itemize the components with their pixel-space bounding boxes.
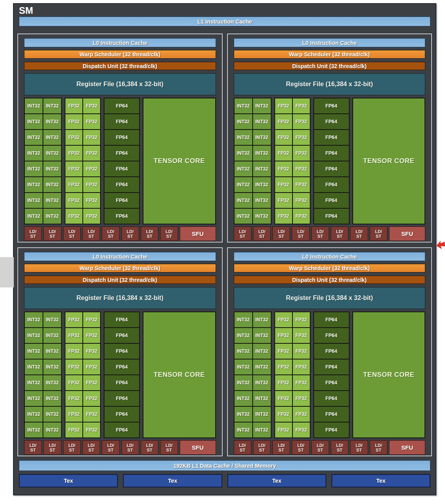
int32-core: INT32 [235,359,252,374]
fp64-core: FP64 [104,146,139,161]
fp32-core: FP32 [275,177,292,192]
fp32-block: FP32FP32FP32FP32FP32FP32FP32FP32FP32FP32… [274,311,311,438]
ldst-unit: LD/ST [350,440,368,455]
int32-core: INT32 [43,161,61,176]
fp32-core: FP32 [65,344,82,359]
core-grid: INT32INT32INT32INT32INT32INT32INT32INT32… [24,311,216,438]
int32-core: INT32 [25,209,43,224]
int32-core: INT32 [25,146,43,161]
fp64-core: FP64 [104,359,139,374]
ldst-unit: LD/ST [370,226,387,241]
int32-core: INT32 [235,209,252,224]
fp64-block: FP64FP64FP64FP64FP64FP64FP64FP64 [104,311,140,438]
ldst-unit: LD/ST [272,440,290,455]
ldst-unit: LD/ST [141,226,158,241]
warp-scheduler-bar: Warp Scheduler (32 thread/clk) [234,264,426,272]
int32-core: INT32 [235,422,252,437]
ldst-label-line2: ST [298,448,303,452]
ldst-label-line1: LD/ [317,229,324,234]
fp32-core: FP32 [293,422,310,437]
ldst-label-line2: ST [356,448,362,452]
ldst-label-line2: ST [337,448,343,452]
int32-core: INT32 [253,130,271,145]
int32-core: INT32 [253,391,271,406]
fp64-core: FP64 [314,375,349,390]
ldst-label-line2: ST [259,234,264,239]
fp32-core: FP32 [83,312,100,327]
fp32-core: FP32 [293,407,310,422]
fp32-core: FP32 [65,146,82,161]
tex-unit: Tex [19,474,118,487]
ldst-label-line1: LD/ [336,443,343,448]
fp32-core: FP32 [275,161,292,176]
fp32-core: FP32 [65,130,82,145]
ldst-unit: LD/ST [350,226,368,241]
ldst-label-line1: LD/ [127,229,134,234]
fp32-core: FP32 [293,130,310,145]
int32-core: INT32 [235,344,252,359]
fp64-core: FP64 [314,391,349,406]
ldst-unit: LD/ST [311,440,329,455]
fp32-core: FP32 [83,209,100,224]
ldst-unit: LD/ST [102,226,119,241]
int32-core: INT32 [25,161,43,176]
int32-core: INT32 [235,391,252,406]
int32-core: INT32 [25,193,43,208]
ldst-label-line2: ST [259,448,264,452]
fp32-core: FP32 [293,114,310,129]
int32-block: INT32INT32INT32INT32INT32INT32INT32INT32… [234,311,272,438]
tensor-core: TENSOR CORE [352,98,426,224]
ldst-label-line1: LD/ [259,229,266,234]
fp64-core: FP64 [314,344,349,359]
fp32-core: FP32 [83,359,100,374]
int32-core: INT32 [235,161,252,176]
ldst-label-line2: ST [89,234,94,239]
fp32-core: FP32 [293,359,310,374]
ldst-label-line1: LD/ [166,443,173,448]
sm-partition: L0 Instruction Cache Warp Scheduler (32 … [17,247,223,456]
int32-core: INT32 [25,98,43,113]
int32-core: INT32 [235,98,252,113]
fp32-core: FP32 [275,130,292,145]
ldst-unit: LD/ST [141,440,158,455]
int32-core: INT32 [253,193,271,208]
int32-core: INT32 [25,422,43,437]
fp32-core: FP32 [83,161,100,176]
int32-core: INT32 [253,375,271,390]
fp32-core: FP32 [65,177,82,192]
ldst-unit: LD/ST [331,440,348,455]
int32-block: INT32INT32INT32INT32INT32INT32INT32INT32… [24,98,62,224]
fp64-core: FP64 [314,209,349,224]
ldst-unit: LD/ST [272,226,290,241]
fp32-core: FP32 [65,209,82,224]
sfu-unit: SFU [180,440,216,455]
ldst-label-line2: ST [50,234,55,239]
ldst-label-line1: LD/ [278,229,285,234]
int32-core: INT32 [25,114,43,129]
int32-core: INT32 [235,312,252,327]
ldst-unit: LD/ST [292,226,309,241]
fp32-core: FP32 [83,114,100,129]
register-file-bar: Register File (16,384 x 32-bit) [24,73,216,95]
fp32-core: FP32 [275,359,292,374]
int32-core: INT32 [43,328,61,343]
fp32-core: FP32 [83,130,100,145]
int32-core: INT32 [43,146,61,161]
ldst-label-line2: ST [69,448,74,452]
int32-block: INT32INT32INT32INT32INT32INT32INT32INT32… [234,98,272,224]
int32-core: INT32 [235,375,252,390]
fp64-core: FP64 [104,344,139,359]
fp64-core: FP64 [314,98,349,113]
ldst-label-line2: ST [108,234,114,239]
ldst-label-line2: ST [50,448,55,452]
fp32-core: FP32 [293,98,310,113]
fp32-core: FP32 [293,312,310,327]
ldst-label-line1: LD/ [30,443,37,448]
fp32-core: FP32 [293,344,310,359]
fp32-core: FP32 [275,98,292,113]
fp64-core: FP64 [104,375,139,390]
register-file-bar: Register File (16,384 x 32-bit) [24,287,216,309]
fp32-core: FP32 [275,407,292,422]
fp32-block: FP32FP32FP32FP32FP32FP32FP32FP32FP32FP32… [65,311,101,438]
warp-scheduler-bar: Warp Scheduler (32 thread/clk) [234,50,426,59]
